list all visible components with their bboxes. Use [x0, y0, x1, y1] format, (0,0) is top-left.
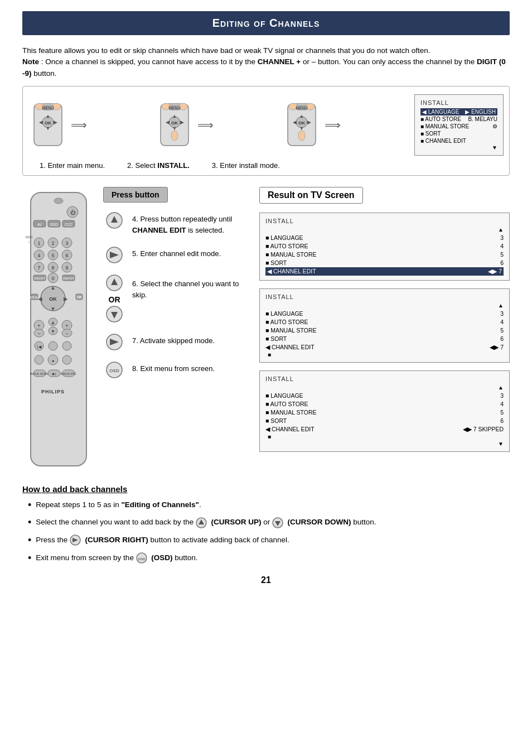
svg-text:MENU: MENU	[296, 106, 307, 110]
remote-mini-2: OK ▲ ▼ ◀ ▶ MENU	[155, 101, 194, 148]
screen1-sort: ■ SORT6	[265, 259, 504, 267]
svg-point-36	[54, 198, 63, 204]
svg-text:◀: ◀	[166, 119, 170, 125]
how-to-title: How to add back channels	[22, 484, 510, 494]
svg-text:▲: ▲	[51, 320, 56, 325]
cursor-right-inline-icon	[70, 535, 81, 546]
remote-step2: OK ▲ ▼ ◀ ▶ MENU ⟹	[155, 101, 214, 148]
svg-text:OK: OK	[45, 121, 51, 126]
screen1-channeledit: ◀ CHANNEL EDIT◀▶ 7	[265, 267, 504, 276]
svg-text:▶|: ▶|	[52, 372, 56, 375]
tv-screens-container: INSTALL ▲ ■ LANGUAGE3 ■ AUTO STORE4 ■ MA…	[259, 213, 510, 452]
svg-text:▶: ▶	[307, 119, 311, 125]
svg-text:BACK SURF: BACK SURF	[30, 372, 50, 375]
svg-point-97	[35, 355, 43, 364]
svg-text:8: 8	[51, 265, 54, 271]
results-section: Result on TV Screen INSTALL ▲ ■ LANGUAGE…	[259, 187, 510, 452]
svg-text:MENU: MENU	[30, 296, 39, 299]
screen3-manualstore: ■ MANUAL STORE5	[265, 408, 504, 417]
screen1-autostore: ■ AUTO STORE4	[265, 242, 504, 251]
top-box-content: OK ▲ ▼ ◀ ▶ MENU ⟹ OK ▲ ▼ ◀	[28, 94, 504, 156]
screen3-title: INSTALL	[265, 375, 504, 382]
page-title: Editing of Channels	[22, 11, 510, 35]
step-labels: 1. Enter main menu. 2. Select INSTALL. 3…	[28, 161, 504, 170]
step6-group: OR 6. Select the channel you want to ski…	[103, 274, 254, 323]
page-number: 21	[22, 575, 510, 585]
menu-item-manualstore: ■ MANUAL STORE⚙	[420, 123, 497, 130]
screen2-language: ■ LANGUAGE3	[265, 310, 504, 318]
step5-icon-col	[103, 246, 125, 264]
svg-text:7: 7	[37, 265, 40, 271]
step5-desc: 5. Enter channel edit mode.	[132, 246, 221, 259]
menu-down-arrow: ▼	[420, 145, 497, 151]
cursor-up-icon-6	[105, 274, 123, 292]
how-to-item-3: Press the (CURSOR RIGHT) button to activ…	[28, 535, 510, 547]
cursor-down-inline-icon	[272, 517, 283, 528]
remote-mini-3: OK ▲ ▼ ◀ ▶ MENU	[282, 101, 321, 148]
svg-text:BACK PIC: BACK PIC	[61, 372, 77, 375]
svg-text:AV: AV	[37, 223, 42, 227]
osd-button-icon: OSD	[105, 361, 123, 379]
screen2-title: INSTALL	[265, 293, 504, 300]
step4-group: 4. Press button repeatedly until CHANNEL…	[103, 211, 254, 236]
screen2-autostore: ■ AUTO STORE4	[265, 318, 504, 326]
svg-text:+: +	[37, 323, 40, 329]
svg-text:4: 4	[37, 253, 40, 258]
svg-text:▲: ▲	[46, 113, 51, 119]
tv-screen-1: INSTALL ▲ ■ LANGUAGE3 ■ AUTO STORE4 ■ MA…	[259, 213, 510, 281]
svg-text:OK: OK	[171, 121, 178, 126]
screen1-language: ■ LANGUAGE3	[265, 234, 504, 242]
remote-large-svg: ⏻ AV DDD CCC 1 2 3 ↓ DDD 4 5 6	[22, 187, 95, 477]
screen3-down: ▼	[265, 441, 504, 447]
svg-text:OSD: OSD	[138, 557, 146, 561]
cursor-up-icon-4	[105, 211, 123, 229]
step3-label: 3. Enter install mode.	[212, 161, 280, 170]
step6-icon-col: OR	[103, 274, 125, 323]
svg-text:1: 1	[37, 240, 40, 246]
install-menu-small: INSTALL ◀ LANGUAGE▶ ENGLISH ■ AUTO STORE…	[414, 94, 504, 156]
svg-text:DDD: DDD	[26, 235, 33, 239]
how-to-item-1: Repeat steps 1 to 5 as in "Editing of Ch…	[28, 499, 510, 512]
svg-text:−: −	[37, 331, 40, 336]
screen3-autostore: ■ AUTO STORE4	[265, 400, 504, 408]
or-label: OR	[109, 295, 120, 304]
step4-desc: 4. Press button repeatedly until CHANNEL…	[132, 211, 254, 236]
steps-section: Press button 4. Press button repeatedly …	[103, 187, 254, 389]
menu-item-autostore: ■ AUTO STOREB. MELAYU	[420, 115, 497, 123]
svg-text:DDD: DDD	[50, 223, 58, 227]
svg-text:▼: ▼	[51, 329, 56, 334]
how-to-item-2: Select the channel you want to add back …	[28, 517, 510, 529]
svg-text:PHILIPS: PHILIPS	[41, 389, 65, 394]
remote-step1: OK ▲ ▼ ◀ ▶ MENU ⟹	[28, 101, 87, 148]
menu-item-channeledit: ■ CHANNEL EDIT	[420, 137, 497, 145]
svg-text:▲: ▲	[172, 113, 177, 119]
cursor-right-icon-7	[105, 333, 123, 351]
svg-point-22	[171, 131, 178, 141]
svg-text:◀: ◀	[292, 119, 296, 125]
osd-inline-icon: OSD	[136, 552, 147, 564]
top-instruction-box: OK ▲ ▼ ◀ ▶ MENU ⟹ OK ▲ ▼ ◀	[22, 86, 510, 176]
svg-text:▼: ▼	[50, 306, 56, 312]
intro-section: This feature allows you to edit or skip …	[22, 45, 510, 79]
svg-text:⟨◀: ⟨◀	[37, 345, 42, 349]
step7-icon-col	[103, 333, 125, 351]
svg-text:SMART: SMART	[63, 277, 75, 280]
svg-text:⏻: ⏻	[70, 210, 76, 215]
screen2-sort: ■ SORT6	[265, 335, 504, 343]
step4-icon-col	[103, 211, 125, 229]
menu-item-language: ◀ LANGUAGE▶ ENGLISH	[420, 108, 497, 115]
svg-text:MENU: MENU	[169, 106, 181, 110]
svg-point-100	[62, 355, 71, 364]
svg-text:−: −	[65, 331, 68, 336]
svg-point-96	[62, 341, 71, 350]
svg-point-95	[49, 341, 57, 350]
tv-screen-3: INSTALL ▲ ■ LANGUAGE3 ■ AUTO STORE4 ■ MA…	[259, 370, 510, 452]
svg-text:▶: ▶	[54, 119, 57, 125]
svg-text:▶: ▶	[64, 296, 68, 302]
svg-text:6: 6	[65, 253, 68, 258]
cursor-right-icon-5	[105, 246, 123, 264]
how-to-item-4: Exit menu from screen by the OSD (OSD) b…	[28, 552, 510, 565]
svg-text:▲: ▲	[50, 285, 56, 291]
screen1-up: ▲	[265, 227, 504, 233]
tv-screen-2: INSTALL ▲ ■ LANGUAGE3 ■ AUTO STORE4 ■ MA…	[259, 288, 510, 363]
